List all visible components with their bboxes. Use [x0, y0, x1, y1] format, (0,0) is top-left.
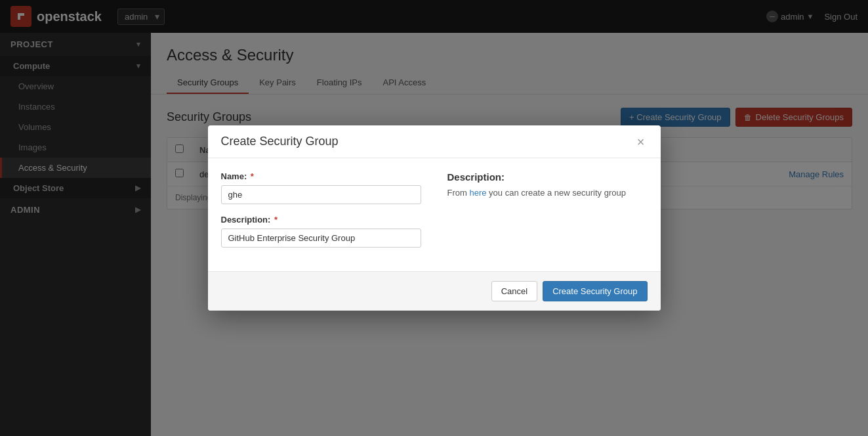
- modal-title: Create Security Group: [221, 135, 339, 148]
- modal-overlay: Create Security Group × Name: * Descript…: [0, 0, 868, 436]
- name-label: Name: *: [221, 171, 421, 181]
- modal-body: Name: * Description: * Description: From…: [208, 158, 661, 271]
- modal-form: Name: * Description: *: [221, 171, 421, 258]
- create-button[interactable]: Create Security Group: [543, 281, 647, 301]
- name-input[interactable]: [221, 185, 421, 204]
- description-input[interactable]: [221, 229, 421, 248]
- help-text: From here you can create a new security …: [447, 186, 648, 200]
- name-required-star: *: [248, 171, 254, 181]
- modal-help: Description: From here you can create a …: [447, 171, 648, 258]
- description-label: Description: *: [221, 215, 421, 225]
- help-title: Description:: [447, 171, 648, 183]
- description-form-group: Description: *: [221, 215, 421, 248]
- cancel-button[interactable]: Cancel: [491, 281, 537, 301]
- modal-header: Create Security Group ×: [208, 125, 661, 158]
- help-link[interactable]: here: [469, 188, 486, 198]
- modal-close-button[interactable]: ×: [634, 135, 648, 148]
- create-security-group-modal: Create Security Group × Name: * Descript…: [208, 125, 661, 311]
- modal-footer: Cancel Create Security Group: [208, 271, 661, 311]
- name-form-group: Name: *: [221, 171, 421, 204]
- description-required-star: *: [272, 215, 278, 225]
